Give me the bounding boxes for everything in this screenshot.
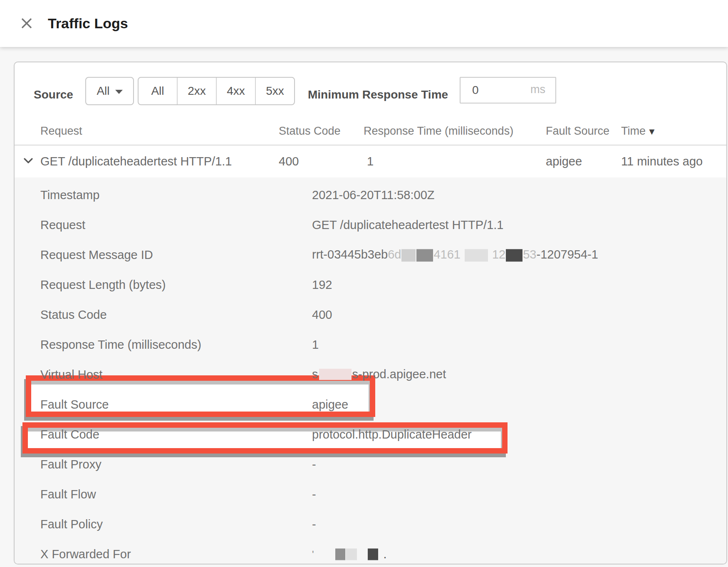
chevron-down-icon[interactable] [23, 157, 34, 165]
chevron-down-icon [115, 90, 123, 94]
column-header-request: Request [40, 125, 82, 138]
status-filter-all[interactable]: All [139, 78, 177, 104]
redaction-box [465, 249, 488, 262]
log-detail-panel: Timestamp 2021-06-20T11:58:00Z Request G… [15, 177, 726, 564]
redaction-box [346, 548, 357, 560]
log-row-request: GET /duplicateheadertest HTTP/1.1 [40, 155, 232, 168]
detail-row-request-length: Request Length (bytes) 192 [15, 270, 726, 300]
log-row-fault-source: apigee [546, 155, 582, 168]
status-filter-group: All 2xx 4xx 5xx [138, 77, 295, 105]
column-header-status-code: Status Code [279, 125, 341, 138]
status-filter-2xx[interactable]: 2xx [177, 78, 216, 104]
min-response-input[interactable] [460, 77, 556, 104]
redaction-box [335, 548, 345, 560]
column-header-fault-source: Fault Source [546, 125, 609, 138]
detail-row-x-forwarded-for: X Forwarded For '. [15, 539, 726, 565]
detail-row-request: Request GET /duplicateheadertest HTTP/1.… [15, 210, 726, 240]
source-dropdown-value: All [97, 84, 109, 98]
detail-row-response-time: Response Time (milliseconds) 1 [15, 330, 726, 360]
detail-row-fault-code: Fault Code protocol.http.DuplicateHeader [15, 419, 726, 449]
min-response-label: Minimum Response Time [308, 88, 448, 101]
close-button[interactable] [18, 15, 35, 32]
redaction-box [416, 249, 433, 262]
status-filter-4xx[interactable]: 4xx [216, 78, 255, 104]
detail-row-fault-source: Fault Source apigee [15, 390, 726, 419]
detail-row-virtual-host: Virtual Host ss-prod.apigee.net [15, 360, 726, 390]
log-row-status-code: 400 [279, 155, 299, 168]
header-bar: Traffic Logs [0, 0, 728, 47]
redaction-box [506, 249, 522, 262]
source-label: Source [34, 88, 73, 101]
log-row-response-time: 1 [367, 155, 374, 168]
traffic-logs-panel: Source All All 2xx 4xx 5xx Minimum Respo… [14, 62, 727, 565]
log-row-time: 11 minutes ago [621, 155, 703, 168]
column-header-response-time: Response Time (milliseconds) [364, 125, 513, 138]
source-dropdown[interactable]: All [85, 77, 134, 105]
close-icon [20, 17, 33, 30]
redaction-box [319, 369, 352, 380]
detail-row-status-code: Status Code 400 [15, 300, 726, 330]
log-row[interactable]: GET /duplicateheadertest HTTP/1.1 400 1 … [15, 145, 726, 177]
redaction-box [368, 548, 378, 560]
detail-row-fault-proxy: Fault Proxy - [15, 449, 726, 479]
redaction-box [401, 249, 416, 262]
detail-row-fault-policy: Fault Policy - [15, 509, 726, 539]
status-filter-5xx[interactable]: 5xx [255, 78, 294, 104]
detail-row-timestamp: Timestamp 2021-06-20T11:58:00Z [15, 180, 726, 210]
column-header-time[interactable]: Time▼ [621, 125, 656, 138]
detail-row-request-message-id: Request Message ID rrt-03445b3eb6d416112… [15, 240, 726, 270]
sort-desc-icon: ▼ [647, 126, 656, 137]
detail-row-fault-flow: Fault Flow - [15, 479, 726, 509]
page-title: Traffic Logs [48, 0, 128, 47]
